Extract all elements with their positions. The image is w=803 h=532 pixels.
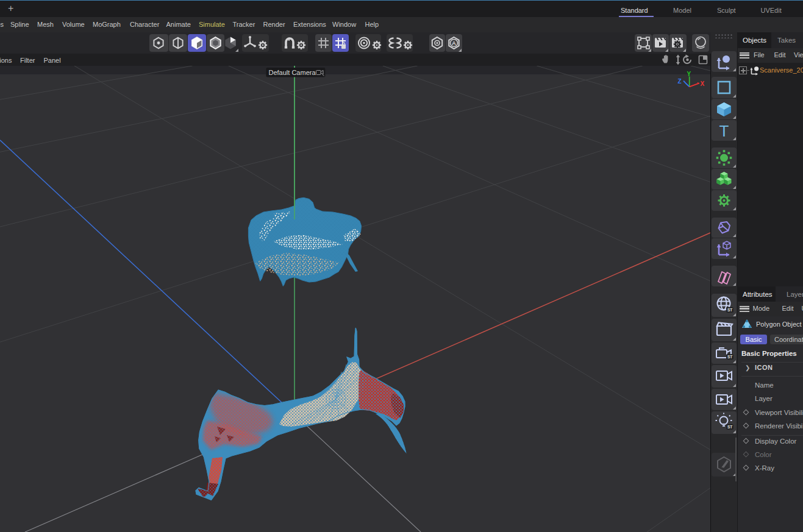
svg-text:ST: ST	[727, 425, 732, 429]
svg-text:T: T	[719, 122, 729, 140]
svg-text:ST: ST	[727, 355, 732, 359]
svg-text:Default Camera: Default Camera	[269, 69, 316, 76]
svg-text:Y: Y	[687, 71, 691, 77]
svg-text:Z: Z	[678, 78, 682, 85]
svg-text:ST: ST	[727, 308, 732, 312]
svg-text:A: A	[452, 40, 456, 46]
svg-text:X: X	[701, 80, 705, 87]
